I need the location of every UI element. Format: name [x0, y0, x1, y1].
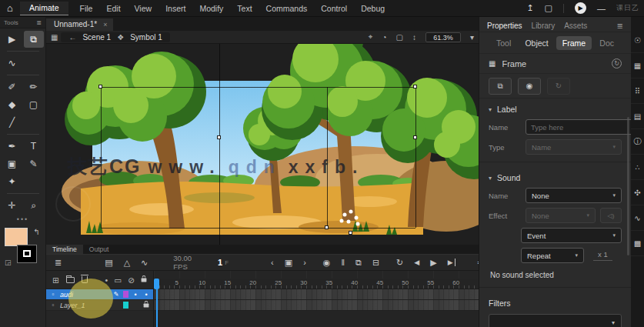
- scrollbar[interactable]: [627, 117, 629, 255]
- layer-lock-toggle[interactable]: •: [142, 291, 150, 299]
- selection-handle[interactable]: [413, 85, 417, 88]
- layer-visibility-toggle[interactable]: •: [132, 291, 139, 299]
- tab-library[interactable]: Library: [532, 22, 556, 30]
- classic-brush-tool[interactable]: ✏: [24, 78, 44, 95]
- brush-library-panel-icon[interactable]: ✣: [631, 180, 644, 205]
- visibility-button[interactable]: ◉: [518, 78, 541, 95]
- onion-all-icon[interactable]: △: [118, 258, 135, 268]
- breadcrumb-scene[interactable]: Scene 1: [82, 33, 111, 42]
- label-section-header[interactable]: ▾ Label: [479, 98, 631, 117]
- label-name-input[interactable]: [526, 119, 638, 135]
- default-colors-icon[interactable]: ◲: [5, 259, 12, 266]
- back-icon[interactable]: ←: [68, 33, 76, 42]
- sound-repeat-select[interactable]: Repeat ▾: [521, 248, 584, 263]
- tab-timeline[interactable]: Timeline: [46, 245, 83, 254]
- insert-frame-icon[interactable]: ⧉: [350, 258, 367, 268]
- lasso-tool[interactable]: ∿: [2, 55, 22, 72]
- rotate-view-icon[interactable]: ◔: [382, 33, 386, 42]
- clip-icon[interactable]: ▦: [51, 33, 58, 42]
- pen-tool[interactable]: ✒: [2, 138, 22, 155]
- rectangle-tool[interactable]: ▢: [24, 96, 44, 113]
- auto-keyframe-icon[interactable]: ◉: [318, 258, 336, 268]
- prev-keyframe-icon[interactable]: ‹: [265, 258, 279, 267]
- selection-handle[interactable]: [217, 135, 221, 139]
- pattern-panel-icon[interactable]: ▩: [631, 231, 644, 256]
- test-movie-icon[interactable]: ▶: [575, 2, 586, 14]
- stack-button[interactable]: ⧉: [489, 78, 512, 95]
- align-panel-icon[interactable]: ▤: [631, 104, 644, 129]
- layer-outline-color[interactable]: [123, 291, 128, 298]
- line-tool[interactable]: ╱: [2, 114, 22, 131]
- frames-row-audi[interactable]: [154, 289, 479, 300]
- layer-outline-color[interactable]: [123, 302, 128, 309]
- zoom-tool[interactable]: ⌕: [24, 197, 44, 214]
- swap-colors-icon[interactable]: ↰: [34, 228, 40, 236]
- menu-item-insert[interactable]: Insert: [158, 4, 192, 13]
- frame-ruler[interactable]: 51015202530354045505560: [154, 279, 479, 289]
- help-icon[interactable]: ↻: [612, 58, 622, 68]
- tab-properties[interactable]: Properties: [487, 22, 522, 30]
- share-icon[interactable]: ↥: [526, 3, 533, 13]
- menu-item-view[interactable]: View: [128, 4, 159, 13]
- selection-handle[interactable]: [349, 231, 352, 235]
- add-layer-icon[interactable]: ⊞: [52, 275, 59, 285]
- sound-effect-select[interactable]: None ▾: [526, 208, 596, 223]
- stroke-color-swatch[interactable]: [17, 245, 37, 263]
- swatches-panel-icon[interactable]: ▦: [631, 53, 644, 78]
- asset-warp-tool[interactable]: ✦: [2, 173, 22, 190]
- layer-lock-toggle[interactable]: [142, 302, 150, 309]
- graph-icon[interactable]: ∿: [135, 258, 153, 268]
- loop-icon[interactable]: ↻: [391, 258, 409, 268]
- menu-item-text[interactable]: Text: [230, 4, 259, 13]
- frames-row-Layer_1[interactable]: [154, 300, 479, 311]
- layers-stack-icon[interactable]: ≣: [49, 258, 67, 268]
- chevron-down-icon[interactable]: ▾: [470, 33, 474, 42]
- film-icon[interactable]: ▤: [99, 258, 118, 268]
- speaker-button[interactable]: ◁): [600, 208, 622, 223]
- remove-frame-icon[interactable]: ⊟: [367, 258, 385, 268]
- next-keyframe-icon[interactable]: ›: [298, 258, 312, 267]
- hide-column-icon[interactable]: ⊘: [128, 275, 135, 285]
- step-back-icon[interactable]: ◀: [409, 259, 425, 266]
- selection-tool[interactable]: ▶: [2, 31, 22, 48]
- panel-menu-icon[interactable]: ≣: [617, 22, 623, 30]
- subtab-doc[interactable]: Doc: [593, 36, 620, 50]
- home-icon[interactable]: ⌂: [0, 2, 20, 14]
- sound-section-header[interactable]: ▾ Sound: [479, 167, 631, 185]
- info-panel-icon[interactable]: ⓘ: [631, 129, 644, 155]
- shape-tool[interactable]: ◆: [2, 96, 22, 113]
- pause-icon[interactable]: ‖: [335, 258, 350, 267]
- document-tab[interactable]: Unnamed-1* ×: [46, 18, 113, 31]
- sound-name-select[interactable]: None ▾: [526, 188, 622, 203]
- subtab-frame[interactable]: Frame: [556, 36, 592, 50]
- subtab-object[interactable]: Object: [519, 36, 554, 50]
- history-panel-icon[interactable]: ∿: [631, 205, 644, 231]
- fill-color-swatch[interactable]: [5, 228, 28, 246]
- outline-column-icon[interactable]: ▭: [114, 275, 122, 285]
- selection-handle[interactable]: [413, 135, 417, 139]
- minimize-button[interactable]: —: [597, 4, 606, 13]
- rename-layer-icon[interactable]: ✎: [112, 291, 120, 298]
- hand-tool[interactable]: ✛: [2, 197, 22, 214]
- menu-item-modify[interactable]: Modify: [192, 4, 230, 13]
- repeat-count-value[interactable]: x 1: [593, 250, 612, 261]
- breadcrumb-symbol[interactable]: Symbol 1: [130, 33, 162, 42]
- fluid-brush-tool[interactable]: ✐: [2, 78, 22, 95]
- subselection-tool[interactable]: ⧉: [24, 31, 44, 48]
- add-folder-icon[interactable]: [66, 277, 75, 283]
- label-type-select[interactable]: Name ▾: [526, 139, 622, 155]
- filters-section-header[interactable]: Filters: [479, 292, 631, 311]
- menu-item-commands[interactable]: Commands: [259, 4, 315, 13]
- particles-panel-icon[interactable]: ∴: [631, 155, 644, 180]
- menu-item-file[interactable]: File: [73, 4, 100, 13]
- tab-output[interactable]: Output: [83, 245, 115, 254]
- tools-panel-menu-icon[interactable]: ≣: [36, 19, 42, 26]
- step-forward-icon[interactable]: ▶: [442, 259, 455, 266]
- menu-item-control[interactable]: Control: [314, 4, 354, 13]
- close-icon[interactable]: ×: [103, 21, 107, 28]
- subtab-tool[interactable]: Tool: [490, 36, 517, 50]
- frames-column[interactable]: 51015202530354045505560: [154, 271, 479, 327]
- color-panel-icon[interactable]: ⠿: [631, 78, 644, 104]
- lock-column-icon[interactable]: [142, 278, 147, 282]
- stage-canvas[interactable]: 技艺CG www. qdn xxfb.: [46, 44, 479, 245]
